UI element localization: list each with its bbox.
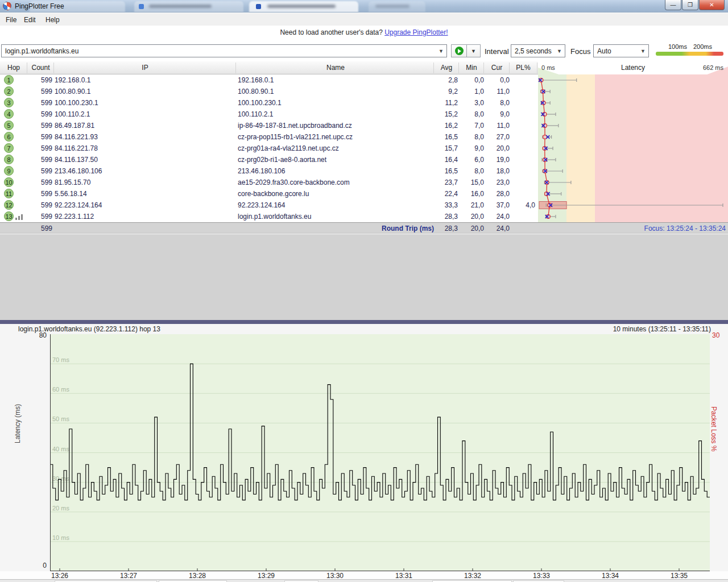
- round-trip-count: 599: [27, 225, 52, 232]
- panel-splitter[interactable]: [0, 320, 728, 324]
- timeline-graph-header: login.p1.worldoftanks.eu (92.223.1.112) …: [0, 324, 728, 334]
- menu-help[interactable]: Help: [42, 15, 63, 25]
- upgrade-notice-text: Need to load another user's data?: [280, 28, 382, 36]
- header-ip[interactable]: IP: [54, 64, 236, 72]
- x-tick-13:34: 13:34: [593, 572, 627, 580]
- hop-number-badge: 4: [4, 109, 14, 119]
- min-cell: 3,0: [458, 99, 484, 107]
- target-address-value: login.p1.worldoftanks.eu: [5, 47, 78, 55]
- y-axis-min: 0: [0, 562, 47, 569]
- taskbar-sliver: [0, 579, 728, 582]
- name-cell: cz-prg02b-ri1-ae8-0.aorta.net: [238, 156, 326, 164]
- count-cell: 599: [27, 122, 52, 130]
- round-trip-min: 20,0: [458, 225, 484, 232]
- chevron-down-icon[interactable]: ▼: [439, 48, 444, 54]
- focus-combobox[interactable]: Auto ▼: [593, 44, 649, 57]
- tab-favicon: [139, 4, 144, 9]
- menu-edit[interactable]: Edit: [20, 15, 39, 25]
- cur-cell: 18,0: [483, 167, 510, 175]
- ip-cell: 81.95.15.70: [55, 178, 90, 186]
- y-axis-title: Latency (ms): [14, 404, 22, 443]
- count-cell: 599: [27, 133, 52, 141]
- svg-text:20 ms: 20 ms: [52, 505, 69, 512]
- upgrade-pingplotter-link[interactable]: Upgrade PingPlotter!: [384, 28, 448, 36]
- trace-options-dropdown-button[interactable]: ▼: [466, 44, 481, 57]
- ip-cell: 92.223.1.112: [55, 213, 94, 221]
- trace-table-body: 1599192.168.0.1192.168.0.12,80,00,025991…: [0, 74, 728, 222]
- min-cell: 15,0: [458, 178, 484, 186]
- x-tick-13:29: 13:29: [249, 572, 283, 580]
- ip-cell: 100.80.90.1: [55, 88, 90, 95]
- count-cell: 599: [27, 178, 52, 186]
- min-cell: 20,0: [458, 213, 484, 221]
- count-cell: 599: [27, 99, 52, 107]
- svg-text:40 ms: 40 ms: [52, 446, 69, 452]
- start-trace-button[interactable]: [451, 44, 466, 57]
- ip-cell: 213.46.180.106: [55, 167, 102, 175]
- avg-cell: 22,4: [431, 190, 458, 198]
- header-name[interactable]: Name: [236, 64, 435, 72]
- close-button[interactable]: ✕: [699, 0, 725, 10]
- latency-scale-header: 0 ms Latency 662 ms: [538, 61, 728, 74]
- cur-cell: 11,0: [483, 88, 510, 95]
- ip-cell: 92.223.124.164: [55, 201, 102, 209]
- menu-file[interactable]: File: [2, 15, 20, 25]
- name-cell: core-backbone.gcore.lu: [238, 190, 309, 198]
- name-cell: 92.223.124.164: [238, 201, 285, 209]
- cur-cell: 19,0: [483, 156, 510, 164]
- menu-bar: File Edit Help: [0, 13, 728, 26]
- count-cell: 599: [27, 213, 52, 221]
- cur-cell: 37,0: [483, 201, 510, 209]
- packet-loss-axis-title: Packet Loss %: [710, 406, 718, 451]
- latency-color-legend: [656, 52, 723, 56]
- maximize-button[interactable]: ❐: [682, 0, 698, 10]
- avg-cell: 15,2: [431, 110, 458, 118]
- focus-label: Focus: [570, 47, 590, 56]
- round-trip-row[interactable]: 599 Round Trip (ms) 28,3 20,0 24,0 Focus…: [0, 222, 728, 234]
- title-bar[interactable]: PingPlotter Free — ❐ ✕: [0, 0, 728, 13]
- cur-cell: 20,0: [483, 144, 510, 152]
- name-cell: cz-pra-pop115-rb1-vla2121.net.upc.cz: [238, 133, 353, 141]
- hop-number-badge: 11: [4, 189, 14, 198]
- cur-cell: 24,0: [483, 213, 510, 221]
- hop-number-badge: 10: [4, 177, 14, 187]
- cur-cell: 23,0: [483, 178, 510, 186]
- min-cell: 8,0: [458, 167, 484, 175]
- header-count[interactable]: Count: [27, 64, 54, 72]
- ip-cell: 192.168.0.1: [55, 76, 90, 84]
- avg-cell: 11,2: [431, 99, 458, 107]
- header-pl[interactable]: PL%: [510, 64, 537, 72]
- chevron-down-icon[interactable]: ▼: [557, 48, 562, 54]
- chevron-down-icon[interactable]: ▼: [640, 48, 646, 54]
- blurred-tab-text: [149, 5, 212, 8]
- hop-number-badge: 9: [4, 166, 14, 176]
- header-min[interactable]: Min: [459, 64, 484, 72]
- blurred-tab-text: [375, 5, 410, 8]
- name-cell: 213.46.180.106: [238, 167, 285, 175]
- svg-text:50 ms: 50 ms: [52, 415, 69, 422]
- minimize-button[interactable]: —: [665, 0, 681, 10]
- latency-distribution-plot: [538, 74, 728, 222]
- header-avg[interactable]: Avg: [434, 64, 459, 72]
- trace-table-header: Hop Count IP Name Avg Min Cur PL% 0 ms L…: [0, 61, 728, 74]
- avg-cell: 28,3: [431, 213, 458, 221]
- min-cell: 6,0: [458, 156, 484, 164]
- interval-combobox[interactable]: 2,5 seconds ▼: [511, 44, 565, 57]
- blurred-tab-text: [267, 5, 336, 8]
- header-cur[interactable]: Cur: [484, 64, 510, 72]
- latency-timeline-chart[interactable]: 70 ms60 ms50 ms40 ms30 ms20 ms10 ms: [50, 334, 710, 571]
- target-address-combobox[interactable]: login.p1.worldoftanks.eu ▼: [1, 44, 447, 57]
- header-latency[interactable]: Latency: [538, 64, 728, 72]
- cur-cell: 0,0: [483, 76, 510, 84]
- x-tick-13:35: 13:35: [662, 572, 696, 580]
- header-hop[interactable]: Hop: [0, 64, 27, 72]
- avg-cell: 15,7: [431, 144, 458, 152]
- count-cell: 599: [27, 167, 52, 175]
- count-cell: 599: [27, 76, 52, 84]
- hop-number-badge: 6: [4, 132, 14, 142]
- hop-number-badge: 12: [4, 200, 14, 210]
- hop-number-badge: 5: [4, 120, 14, 130]
- avg-cell: 2,8: [431, 76, 458, 84]
- name-cell: 192.168.0.1: [238, 76, 274, 84]
- cur-cell: 27,0: [483, 133, 510, 141]
